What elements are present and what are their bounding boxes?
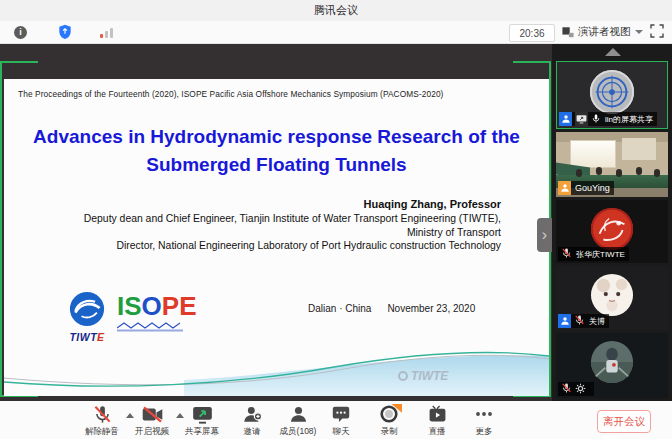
mic-muted-icon xyxy=(558,382,572,396)
screen-share-icon xyxy=(192,404,213,424)
venue-line: Dalian · ChinaNovember 23, 2020 xyxy=(308,303,475,314)
slide-wave-decoration xyxy=(4,344,549,396)
share-border-corner xyxy=(513,61,551,63)
mic-muted-icon xyxy=(574,314,585,328)
meeting-duration: 20:36 xyxy=(509,24,555,42)
person-icon xyxy=(289,404,308,424)
tencent-meeting-window: 腾讯会议 i 20:36 演讲者视图 xyxy=(0,0,672,439)
participant-name: lin的屏幕共享 xyxy=(604,114,653,125)
record-ring-icon xyxy=(376,404,402,424)
window-title: 腾讯会议 xyxy=(314,3,358,18)
shared-screen-region: The Proceedings of the Fourteenth (2020)… xyxy=(0,44,552,401)
member-icon xyxy=(558,181,571,195)
avatar xyxy=(590,273,634,317)
scroll-up-icon[interactable] xyxy=(605,48,621,56)
fullscreen-icon xyxy=(650,24,664,38)
live-tv-icon xyxy=(428,404,447,424)
tiwte-watermark-icon xyxy=(398,371,408,381)
participant-namebar: GouYing xyxy=(558,181,614,195)
gear-icon[interactable] xyxy=(575,383,586,396)
camera-off-icon xyxy=(142,404,163,424)
participants-sidebar: lin的屏幕共享 GouYing xyxy=(552,44,672,401)
screen-share-icon xyxy=(575,112,588,126)
mic-on-icon xyxy=(591,113,601,126)
meeting-statusbar: i 20:36 演讲者视图 xyxy=(0,21,672,44)
participant-tile-guanbo[interactable]: 关博 xyxy=(556,266,668,330)
share-border-corner xyxy=(0,61,38,63)
participant-name: 关博 xyxy=(588,316,605,327)
bottom-toolbar: 解除静音 开启视频 共享屏幕 邀请 成员(108) xyxy=(0,401,672,439)
presentation-slide: The Proceedings of the Fourteenth (2020)… xyxy=(4,79,549,396)
member-icon xyxy=(558,314,571,328)
mic-muted-icon xyxy=(558,247,572,261)
participant-tile-gouying[interactable]: GouYing xyxy=(556,132,668,197)
participant-tile-zhanghuaqing[interactable]: 张华庆TIWTE xyxy=(556,200,668,263)
window-titlebar: 腾讯会议 xyxy=(0,0,672,21)
more-button[interactable]: 更多 xyxy=(452,404,516,438)
participant-namebar: lin的屏幕共享 xyxy=(559,112,657,126)
avatar xyxy=(590,340,634,384)
view-mode-switcher[interactable]: 演讲者视图 xyxy=(562,23,643,41)
meeting-info-icon[interactable]: i xyxy=(14,21,27,43)
author-affiliation: Deputy dean and Chief Engineer, Tianjin … xyxy=(21,212,501,226)
ellipsis-icon xyxy=(474,404,494,424)
participant-namebar xyxy=(558,382,594,396)
chevron-down-icon xyxy=(635,30,643,34)
isope-logo: ISOPE xyxy=(117,293,197,337)
isope-wave-icon xyxy=(117,321,183,333)
avatar xyxy=(589,69,635,115)
author-affiliation: Ministry of Transport xyxy=(21,226,501,240)
participant-name: 张华庆TIWTE xyxy=(575,249,625,260)
avatar xyxy=(590,207,634,251)
next-slide-chevron[interactable]: › xyxy=(537,218,552,252)
shield-icon xyxy=(58,24,72,40)
host-icon xyxy=(559,112,572,126)
main-area: The Proceedings of the Fourteenth (2020)… xyxy=(0,44,672,401)
security-shield-icon[interactable] xyxy=(58,21,72,43)
share-border-left xyxy=(0,61,2,397)
participant-name: GouYing xyxy=(574,183,610,193)
participant-tile-5[interactable] xyxy=(556,333,668,398)
tiwte-logo-icon xyxy=(69,291,105,327)
chat-bubble-icon xyxy=(332,404,350,424)
participant-tile-lin[interactable]: lin的屏幕共享 xyxy=(556,61,668,129)
proceedings-line: The Proceedings of the Fourteenth (2020)… xyxy=(18,89,443,99)
view-mode-label: 演讲者视图 xyxy=(578,25,631,39)
author-name: Huaqing Zhang, Professor xyxy=(21,198,501,212)
mic-muted-icon xyxy=(93,404,112,424)
slide-title: Advances in Hydrodynamic response Resear… xyxy=(4,123,549,179)
author-affiliation: Director, National Engineering Laborator… xyxy=(21,239,501,253)
fullscreen-button[interactable] xyxy=(650,24,664,42)
tiwte-logo: TIWTE xyxy=(62,291,112,343)
slide-watermark: TIWTE xyxy=(398,369,448,383)
layout-icon xyxy=(562,26,574,38)
participant-namebar: 关博 xyxy=(558,314,609,328)
person-add-icon xyxy=(243,404,262,424)
network-signal-icon[interactable] xyxy=(100,21,113,43)
author-block: Huaqing Zhang, Professor Deputy dean and… xyxy=(21,198,501,253)
participant-namebar: 张华庆TIWTE xyxy=(558,247,629,261)
leave-meeting-button[interactable]: 离开会议 xyxy=(597,410,651,433)
